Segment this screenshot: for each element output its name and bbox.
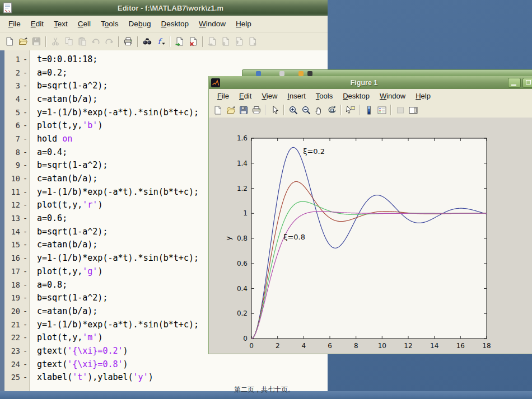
code-text: plot(t,y,'g') [37, 266, 102, 276]
svg-text:0.4: 0.4 [237, 285, 248, 293]
menu-window[interactable]: Window [194, 20, 231, 28]
editor-app-icon [2, 2, 13, 13]
menu-view[interactable]: View [256, 92, 282, 100]
figure-plot[interactable]: 02468101214161800.20.40.60.811.21.41.6ξ=… [211, 118, 532, 354]
step-out-icon [232, 35, 246, 48]
line-number: 13 [7, 214, 20, 223]
step-in-icon [219, 35, 232, 48]
code-line-1: 1-t=0:0.01:18; [0, 53, 328, 66]
code-text: t=0:0.01:18; [37, 54, 97, 64]
new-figure-icon[interactable] [211, 104, 224, 116]
svg-text:1: 1 [243, 209, 248, 217]
svg-text:ξ=0.8: ξ=0.8 [283, 233, 305, 241]
menu-insert[interactable]: Insert [282, 92, 311, 100]
line-number: 21 [7, 320, 20, 329]
figure-menu-bar: FileEditViewInsertToolsDesktopWindowHelp [209, 89, 532, 103]
exec-dash: - [20, 200, 30, 209]
open-file-icon[interactable] [224, 104, 237, 116]
exec-dash: - [20, 187, 30, 196]
print-icon[interactable] [122, 35, 135, 48]
svg-text:12: 12 [404, 342, 412, 350]
toolbar-separator [137, 36, 138, 47]
legend-icon[interactable] [375, 104, 388, 116]
pointer-icon[interactable] [268, 104, 281, 116]
line-number: 24 [7, 360, 20, 369]
save-icon[interactable] [237, 104, 250, 116]
plot-canvas[interactable]: 02468101214161800.20.40.60.811.21.41.6ξ=… [211, 118, 532, 354]
code-text: b=sqrt(1-a^2); [37, 81, 108, 91]
maximize-button[interactable] [522, 78, 532, 88]
svg-text:16: 16 [456, 342, 465, 350]
exec-dash: - [20, 161, 30, 170]
line-number: 12 [7, 200, 20, 209]
figure-client-area: 02468101214161800.20.40.60.811.21.41.6ξ=… [209, 118, 532, 354]
show-tools-icon[interactable] [407, 104, 419, 116]
clear-breakpoints-icon[interactable] [186, 35, 200, 48]
code-text: b=sqrt(1-a^2); [37, 227, 108, 237]
menu-desktop[interactable]: Desktop [338, 92, 375, 100]
line-number: 10 [7, 174, 20, 183]
menu-edit[interactable]: Edit [234, 92, 256, 100]
zoom-in-icon[interactable] [287, 104, 300, 116]
footer-page-number: 第二页，共七十页。 [180, 385, 348, 395]
background-window-icon-orange [298, 71, 304, 76]
menu-desktop[interactable]: Desktop [156, 20, 194, 28]
toolbar-separator [359, 105, 360, 115]
colorbar-icon[interactable] [362, 104, 375, 116]
toolbar-separator [170, 36, 171, 47]
find-icon[interactable] [141, 35, 154, 48]
zoom-out-icon[interactable] [300, 104, 312, 116]
code-text: a=0.6; [37, 213, 67, 223]
menu-file[interactable]: File [212, 92, 234, 100]
exec-dash: - [20, 227, 30, 236]
svg-text:4: 4 [301, 342, 306, 350]
copy-icon [62, 35, 76, 48]
print-icon[interactable] [250, 104, 263, 116]
menu-cell[interactable]: Cell [73, 20, 96, 28]
code-text: a=0.4; [37, 147, 67, 157]
code-text: gtext('{\xi}=0.2') [37, 346, 128, 356]
menu-tools[interactable]: Tools [311, 92, 338, 100]
line-number: 20 [7, 307, 20, 316]
code-text: xlabel('t'),ylabel('y') [37, 372, 153, 382]
background-window-icon-dark [307, 71, 312, 76]
function-dropdown-icon[interactable]: f [154, 35, 167, 48]
code-text: plot(t,y,'m') [37, 332, 102, 342]
code-text: plot(t,y,'r') [37, 200, 102, 210]
menu-window[interactable]: Window [375, 92, 410, 100]
data-cursor-icon[interactable] [344, 104, 357, 116]
exec-dash: - [20, 320, 30, 329]
minimize-button[interactable] [508, 78, 521, 88]
run-file-icon [246, 35, 259, 48]
figure-title: Figure 1 [220, 79, 508, 87]
background-window-icon-gray [279, 71, 284, 76]
svg-text:0.2: 0.2 [237, 309, 248, 317]
rotate-3d-icon[interactable] [325, 104, 338, 116]
editor-title-bar[interactable]: Editor - f:\MATLAB7\work\z1.m [0, 0, 328, 16]
pan-icon[interactable] [312, 104, 325, 116]
menu-debug[interactable]: Debug [124, 20, 156, 28]
svg-text:0: 0 [243, 335, 248, 342]
menu-file[interactable]: File [3, 20, 26, 28]
exec-dash: - [20, 373, 30, 382]
figure-title-bar[interactable]: Figure 1 [209, 76, 532, 89]
set-breakpoint-icon[interactable] [173, 35, 186, 48]
toolbar-separator [340, 105, 342, 115]
svg-text:6: 6 [328, 342, 332, 350]
line-number: 4 [7, 95, 20, 104]
menu-text[interactable]: Text [49, 20, 73, 28]
code-text: hold on [37, 134, 72, 144]
cut-icon [49, 35, 62, 48]
menu-help[interactable]: Help [410, 92, 436, 100]
menu-help[interactable]: Help [231, 20, 256, 28]
svg-text:0.6: 0.6 [237, 260, 248, 267]
exec-dash: - [20, 333, 30, 342]
open-file-icon[interactable] [16, 35, 30, 48]
menu-edit[interactable]: Edit [26, 20, 49, 28]
new-file-icon[interactable] [3, 35, 16, 48]
editor-menu-bar: FileEditTextCellToolsDebugDesktopWindowH… [0, 16, 328, 32]
exec-dash: - [20, 148, 30, 157]
line-number: 16 [7, 254, 20, 262]
menu-tools[interactable]: Tools [96, 20, 124, 28]
line-number: 19 [7, 293, 20, 302]
